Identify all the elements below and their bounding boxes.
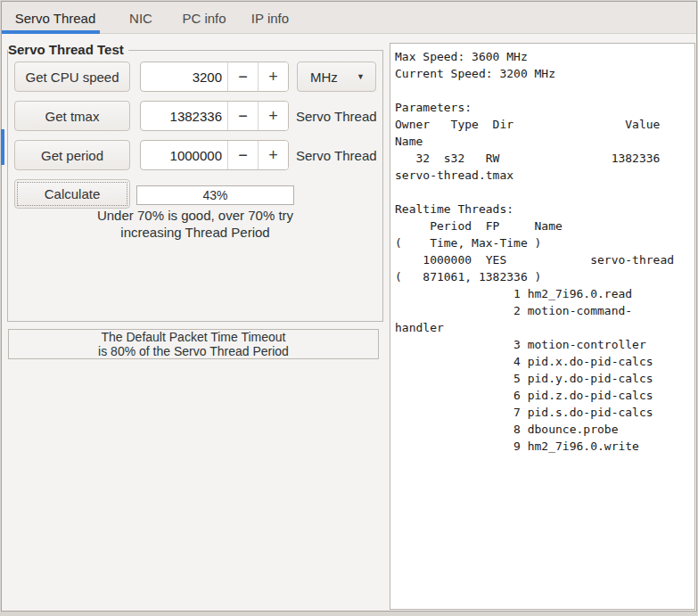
plus-icon: +: [268, 107, 278, 126]
unit-dropdown[interactable]: MHz ▼: [297, 62, 376, 92]
get-period-button[interactable]: Get period: [14, 140, 130, 170]
tab-bar: Servo Thread NIC PC info IP info: [2, 2, 696, 34]
period-increment-button[interactable]: +: [258, 141, 288, 169]
plus-icon: +: [268, 146, 278, 165]
calculate-label: Calculate: [45, 186, 101, 201]
frame-title: Servo Thread Test: [8, 42, 128, 58]
cpu-speed-decrement-button[interactable]: −: [227, 62, 258, 91]
active-tab-underline: [2, 30, 100, 34]
cpu-speed-value[interactable]: 3200: [141, 62, 227, 91]
diagnostics-output-text: Max Speed: 3600 MHz Current Speed: 3200 …: [390, 44, 694, 455]
tab-pc-info[interactable]: PC info: [173, 2, 235, 34]
unit-dropdown-value: MHz: [310, 70, 338, 85]
load-percent-value: 43%: [202, 188, 227, 202]
get-cpu-speed-button[interactable]: Get CPU speed: [14, 62, 130, 92]
app-window: Servo Thread NIC PC info IP info Servo T…: [1, 1, 697, 612]
tmax-value[interactable]: 1382336: [141, 102, 227, 130]
tab-nic-label: NIC: [129, 11, 152, 26]
left-accent-bar: [1, 129, 4, 165]
diagnostics-output-panel: Max Speed: 3600 MHz Current Speed: 3200 …: [390, 43, 695, 610]
tmax-thread-label: Servo Thread: [296, 101, 377, 131]
period-thread-label: Servo Thread: [296, 140, 377, 170]
tmax-increment-button[interactable]: +: [258, 102, 288, 130]
tmax-spinbox: 1382336 − +: [140, 101, 289, 131]
period-decrement-button[interactable]: −: [227, 141, 258, 169]
packet-timeout-frame: The Default Packet Time Timeout is 80% o…: [8, 329, 379, 359]
tab-ip-info-label: IP info: [251, 11, 289, 26]
cpu-speed-increment-button[interactable]: +: [258, 62, 288, 91]
period-value[interactable]: 1000000: [141, 141, 227, 169]
tab-ip-info[interactable]: IP info: [235, 2, 305, 34]
load-hint-line1: Under 70% is good, over 70% try: [8, 207, 382, 224]
get-period-label: Get period: [41, 148, 103, 163]
get-tmax-button[interactable]: Get tmax: [14, 101, 130, 131]
calculate-button[interactable]: Calculate: [14, 179, 130, 209]
minus-icon: −: [238, 146, 248, 165]
cpu-speed-spinbox: 3200 − +: [140, 62, 289, 92]
tmax-decrement-button[interactable]: −: [227, 102, 258, 130]
packet-timeout-note: The Default Packet Time Timeout is 80% o…: [9, 330, 378, 358]
chevron-down-icon: ▼: [357, 72, 365, 81]
tab-pc-info-label: PC info: [182, 11, 226, 26]
tab-servo-thread[interactable]: Servo Thread: [2, 2, 109, 34]
load-hint-line2: increasing Thread Period: [8, 224, 382, 241]
packet-timeout-line2: is 80% of the Servo Thread Period: [9, 345, 378, 359]
plus-icon: +: [268, 68, 278, 86]
load-hint-text: Under 70% is good, over 70% try increasi…: [8, 207, 382, 241]
get-tmax-label: Get tmax: [45, 109, 100, 124]
minus-icon: −: [238, 68, 248, 86]
packet-timeout-line1: The Default Packet Time Timeout: [9, 331, 378, 345]
tab-nic[interactable]: NIC: [109, 2, 173, 34]
period-spinbox: 1000000 − +: [140, 140, 289, 170]
minus-icon: −: [238, 107, 248, 126]
tab-servo-thread-label: Servo Thread: [15, 11, 96, 26]
load-percent-indicator: 43%: [136, 185, 294, 205]
servo-thread-test-frame: Servo Thread Test Get CPU speed 3200 − +…: [7, 50, 383, 322]
get-cpu-speed-label: Get CPU speed: [25, 70, 119, 85]
